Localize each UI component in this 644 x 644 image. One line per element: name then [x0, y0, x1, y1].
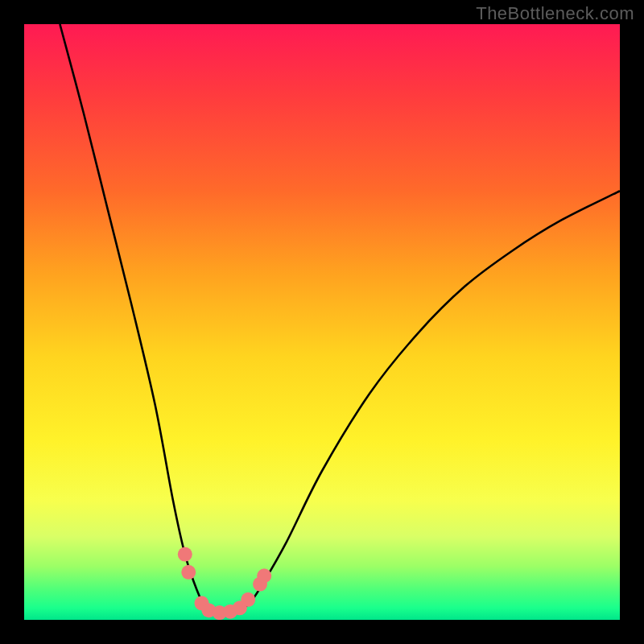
chart-frame: TheBottleneck.com: [0, 0, 644, 644]
data-marker: [241, 592, 255, 607]
bottleneck-curve: [60, 24, 620, 614]
marker-group: [178, 547, 271, 620]
data-marker: [257, 568, 271, 583]
data-marker: [178, 547, 192, 562]
curve-line: [60, 24, 620, 614]
plot-area: [24, 24, 620, 620]
data-marker: [181, 565, 196, 580]
chart-svg: [24, 24, 620, 620]
watermark-text: TheBottleneck.com: [476, 3, 634, 24]
